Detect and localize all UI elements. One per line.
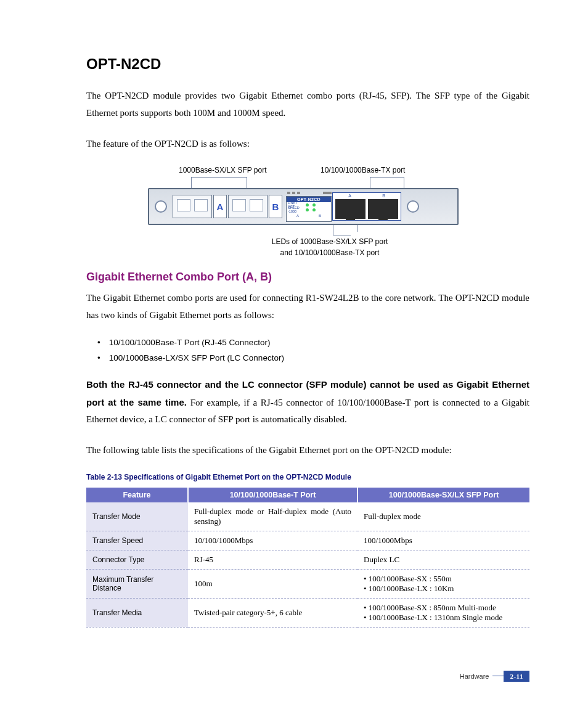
value-cell: 100m (188, 569, 357, 598)
page-footer: Hardware 2-11 (86, 671, 529, 682)
value-cell: Full-duplex mode or Half-duplex mode (Au… (188, 502, 357, 531)
feature-cell: Connector Type (86, 550, 188, 569)
table-intro: The following table lists the specificat… (86, 442, 529, 459)
rj-label-b: B (382, 194, 385, 198)
document-page: OPT-N2CD The OPT-N2CD module provides tw… (0, 0, 588, 706)
module-figure: 1000Base-SX/LX SFP port 10/100/1000Base-… (86, 166, 529, 258)
warning-paragraph: Both the RJ-45 connector and the LC conn… (86, 376, 529, 428)
feature-cell: Maximum Transfer Distance (86, 569, 188, 598)
intro-paragraph: The OPT-N2CD module provides two Gigabit… (86, 88, 529, 122)
callout-sfp: 1000Base-SX/LX SFP port (179, 166, 321, 174)
led-col-b: B (319, 214, 321, 218)
rj-label-a: A (348, 194, 351, 198)
table-row: Transfer Speed10/100/1000Mbps100/1000Mbp… (86, 531, 529, 550)
led-speed-label: SPEED -1000 (288, 207, 304, 213)
table-row: Maximum Transfer Distance100m• 100/1000B… (86, 569, 529, 598)
callout-leds-1: LEDs of 1000Base-SX/LX SFP port (228, 236, 431, 247)
led-panel: OPT-N2CD LINK / ACT SPEED -1000 AB (286, 196, 332, 222)
value-cell: Full-duplex mode (357, 502, 529, 531)
value-cell: RJ-45 (188, 550, 357, 569)
table-header: 100/1000Base-SX/LX SFP Port (357, 488, 529, 502)
port-types-list: 10/100/1000Base-T Port (RJ-45 Connector)… (97, 338, 529, 362)
footer-divider (492, 676, 504, 676)
screw-icon (153, 198, 169, 215)
value-cell: Twisted-pair category-5+, 6 cable (188, 598, 357, 627)
table-row: Transfer MediaTwisted-pair category-5+, … (86, 598, 529, 627)
table-header: Feature (86, 488, 188, 502)
table-row: Transfer ModeFull-duplex mode or Half-du… (86, 502, 529, 531)
feature-cell: Transfer Media (86, 598, 188, 627)
value-cell: • 100/1000Base-SX : 550m • 100/1000Base-… (357, 569, 529, 598)
list-item: 10/100/1000Base-T Port (RJ-45 Connector) (97, 338, 529, 347)
feature-line: The feature of the OPT-N2CD is as follow… (86, 136, 529, 153)
sfp-port-a (173, 195, 212, 218)
sub-body: The Gigabit Ethernet combo ports are use… (86, 290, 529, 324)
port-tag-a: A (213, 195, 227, 218)
value-cell: 10/100/1000Mbps (188, 531, 357, 550)
led-dot-icon (312, 208, 316, 211)
footer-section: Hardware (460, 673, 489, 680)
port-tag-b: B (269, 195, 282, 218)
value-cell: 100/1000Mbps (357, 531, 529, 550)
callout-tx: 10/100/1000Base-TX port (321, 166, 405, 174)
sub-heading: Gigabit Ethernet Combo Port (A, B) (86, 271, 529, 284)
rj45-block: AB (332, 192, 401, 221)
spec-table: Feature 10/100/1000Base-T Port 100/1000B… (86, 488, 529, 628)
led-col-a: A (296, 214, 299, 218)
feature-cell: Transfer Speed (86, 531, 188, 550)
led-dot-icon (306, 203, 309, 207)
callout-leds-2: and 10/100/1000Base-TX port (228, 247, 431, 258)
list-item: 100/1000Base-LX/SX SFP Port (LC Connecto… (97, 353, 529, 362)
value-cell: Duplex LC (357, 550, 529, 569)
table-caption: Table 2-13 Specifications of Gigabit Eth… (86, 473, 529, 481)
feature-cell: Transfer Mode (86, 502, 188, 531)
led-dot-icon (306, 208, 309, 211)
value-cell: • 100/1000Base-SX : 850nm Multi-mode • 1… (357, 598, 529, 627)
screw-icon (405, 198, 421, 215)
module-face: A B OPT-N2CD LINK / ACT SPEED -1000 (148, 188, 459, 225)
rj45-port-a (335, 199, 365, 219)
led-dot-icon (312, 203, 316, 207)
table-header: 10/100/1000Base-T Port (188, 488, 357, 502)
footer-page-number: 2-11 (504, 671, 529, 682)
table-row: Connector TypeRJ-45Duplex LC (86, 550, 529, 569)
sfp-port-b (228, 195, 267, 218)
page-title: OPT-N2CD (86, 55, 529, 73)
rj45-port-b (368, 199, 398, 219)
